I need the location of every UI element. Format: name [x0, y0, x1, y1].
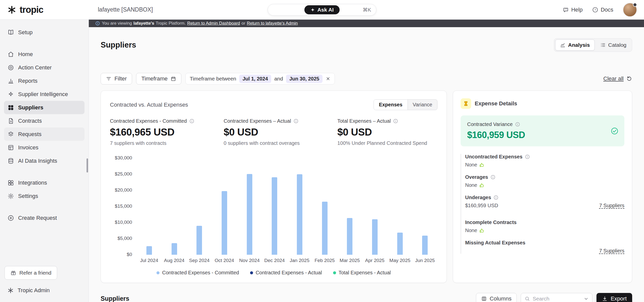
download-icon — [602, 296, 608, 301]
x-axis-label: Jun 2025 — [415, 258, 435, 263]
line-chart-icon — [560, 42, 566, 48]
columns-button[interactable]: Columns — [476, 293, 517, 302]
detail-overages: Overages None — [465, 174, 624, 188]
sidebar-item-requests[interactable]: Requests — [4, 127, 85, 141]
start-date-pill[interactable]: Jul 1, 2024 — [239, 75, 271, 83]
layers-icon — [8, 131, 14, 138]
sidebar-item-label: Invoices — [18, 144, 38, 151]
detail-uncontracted-expenses: Uncontracted Expenses None — [465, 154, 624, 168]
sidebar-item-home[interactable]: Home — [4, 48, 85, 61]
expenses-variance-toggle: Expenses Variance — [374, 99, 437, 110]
sidebar-item-contracts[interactable]: Contracts — [4, 114, 85, 127]
return-to-lafayette-admin-link[interactable]: Return to lafayette's Admin — [247, 21, 298, 26]
ask-ai-bar[interactable]: Ask AI ⌘K — [268, 4, 376, 16]
legend-label: Total Expenses - Actual — [339, 270, 391, 276]
x-axis-label: Jul 2024 — [140, 258, 158, 263]
stat-label: Contracted Expenses – Actual — [224, 118, 291, 124]
underages-suppliers-link[interactable]: 7 Suppliers — [599, 203, 624, 208]
document-icon — [8, 118, 14, 124]
search-input[interactable] — [533, 296, 581, 302]
catalog-tab-label: Catalog — [608, 42, 626, 48]
end-date-pill[interactable]: Jun 30, 2025 — [286, 75, 323, 83]
chart-stats: Contracted Expenses - Committed $160,965… — [110, 118, 437, 146]
sidebar-item-action-center[interactable]: Action Center — [4, 61, 85, 74]
remove-timeframe-filter-icon[interactable] — [326, 76, 331, 81]
tropic-asterisk-icon — [8, 287, 14, 293]
ask-ai-button[interactable]: Ask AI — [304, 5, 340, 14]
target-icon — [8, 64, 14, 71]
stat-value: $0 USD — [337, 126, 437, 138]
tropic-admin-label: Tropic Admin — [18, 287, 50, 294]
sidebar-item-ai-data-insights[interactable]: AI Data Insights — [4, 154, 85, 167]
timeframe-button[interactable]: Timeframe — [136, 73, 181, 84]
committed-expense-bar — [247, 174, 252, 255]
gear-icon — [8, 193, 14, 199]
stat-subtext: 7 suppliers with contracts — [110, 140, 224, 146]
app-window: tropic lafayette [SANDBOX] Ask AI ⌘K ? H… — [0, 0, 644, 302]
tropic-logo[interactable]: tropic — [0, 5, 89, 15]
x-axis-label: Feb 2025 — [314, 258, 335, 263]
help-button[interactable]: ? Help — [563, 7, 583, 13]
sidebar-item-setup[interactable]: Setup — [4, 26, 85, 39]
expenses-chart-card: Contracted vs. Actual Expenses Expenses … — [101, 91, 447, 283]
sidebar-item-label: AI Data Insights — [18, 158, 57, 164]
variance-label: Contracted Variance — [467, 121, 513, 127]
info-icon[interactable] — [515, 122, 520, 127]
thumbs-up-icon — [479, 162, 484, 167]
sidebar-item-settings[interactable]: Settings — [4, 189, 85, 203]
sidebar-item-supplier-intelligence[interactable]: Supplier Intelligence — [4, 88, 85, 101]
sidebar-item-create-request[interactable]: Create Request — [4, 211, 85, 225]
book-icon — [8, 29, 14, 36]
committed-expense-bar — [222, 191, 227, 255]
tab-catalog[interactable]: Catalog — [596, 39, 631, 51]
reset-icon — [626, 76, 632, 82]
sidebar-item-tropic-admin[interactable]: Tropic Admin — [4, 284, 85, 297]
detail-missing-actual-expenses: Missing Actual Expenses 7 Suppliers — [465, 240, 624, 254]
info-icon[interactable] — [491, 175, 495, 180]
info-icon[interactable] — [494, 195, 498, 200]
info-icon[interactable] — [294, 119, 298, 123]
x-axis-label: Apr 2025 — [365, 258, 384, 263]
refer-a-friend-button[interactable]: Refer a friend — [5, 266, 57, 280]
stat-contracted-committed: Contracted Expenses - Committed $160,965… — [110, 118, 224, 146]
committed-expense-bar — [347, 218, 352, 255]
tab-analysis[interactable]: Analysis — [555, 39, 594, 51]
details-card-title: Expense Details — [475, 100, 517, 107]
sidebar-item-label: Create Request — [18, 215, 57, 221]
clear-all-label: Clear all — [603, 75, 624, 82]
clear-all-button[interactable]: Clear all — [603, 75, 632, 82]
expense-details-card: Expense Details Contracted Variance $160… — [453, 91, 632, 283]
filter-button-label: Filter — [114, 75, 127, 82]
docs-button[interactable]: ? Docs — [592, 7, 613, 13]
list-icon — [600, 42, 606, 48]
x-axis-label: Nov 2024 — [239, 258, 260, 263]
sidebar-item-invoices[interactable]: Invoices — [4, 141, 85, 154]
info-icon[interactable] — [525, 154, 530, 159]
ask-ai-label: Ask AI — [317, 7, 334, 13]
return-to-admin-dashboard-link[interactable]: Return to Admin Dashboard — [187, 21, 240, 26]
sidebar-item-suppliers[interactable]: Suppliers — [4, 101, 85, 114]
filter-button[interactable]: Filter — [101, 73, 132, 84]
user-avatar[interactable] — [623, 3, 637, 17]
sidebar-item-reports[interactable]: Reports — [4, 74, 85, 88]
grid-icon — [8, 104, 14, 111]
x-axis-label: Mar 2025 — [340, 258, 360, 263]
chevron-down-icon[interactable] — [584, 296, 589, 301]
detail-value: None — [465, 182, 477, 188]
committed-expense-bar — [422, 236, 428, 255]
suppliers-search[interactable] — [521, 293, 592, 302]
info-icon[interactable] — [393, 119, 398, 123]
thumbs-up-icon — [479, 228, 484, 233]
missing-expenses-suppliers-link[interactable]: 7 Suppliers — [599, 248, 624, 254]
refer-a-friend-label: Refer a friend — [19, 270, 51, 276]
sidebar-item-integrations[interactable]: Integrations — [4, 176, 85, 189]
contracted-variance-panel: Contracted Variance $160,959 USD — [461, 115, 624, 146]
stat-subtext: 0 suppliers with contract overages — [224, 140, 337, 146]
tab-expenses[interactable]: Expenses — [374, 100, 408, 110]
tab-variance[interactable]: Variance — [408, 100, 437, 110]
sidebar-scrollbar[interactable] — [87, 158, 88, 172]
bar-column: Jul 2024 — [137, 158, 162, 255]
info-icon[interactable] — [189, 119, 194, 123]
legend-dot — [250, 271, 253, 274]
export-button[interactable]: Export — [596, 293, 632, 302]
